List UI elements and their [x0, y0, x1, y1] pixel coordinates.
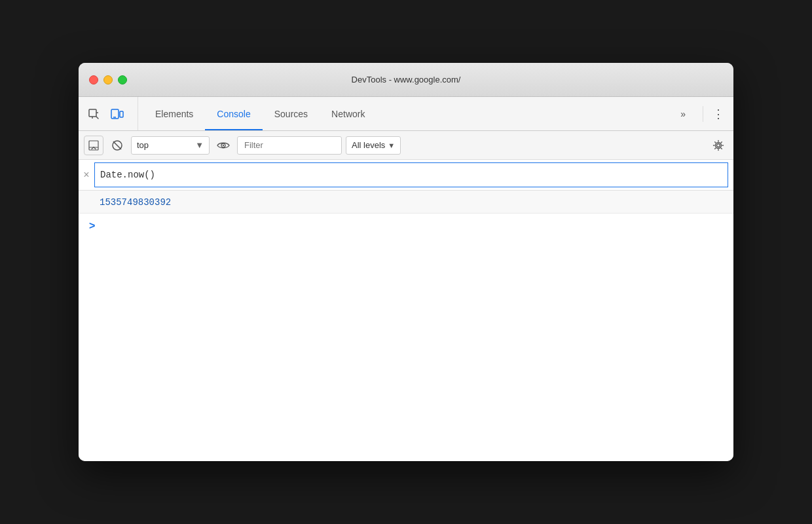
traffic-lights: [89, 75, 127, 84]
block-requests-button[interactable]: [107, 136, 127, 155]
minimize-button[interactable]: [103, 75, 113, 84]
maximize-button[interactable]: [118, 75, 127, 84]
title-bar: DevTools - www.google.com/: [79, 63, 733, 97]
svg-rect-4: [120, 111, 123, 117]
console-input-row: ×: [79, 160, 733, 191]
show-console-drawer-button[interactable]: [84, 136, 103, 155]
console-input[interactable]: [94, 162, 728, 187]
device-toolbar-button[interactable]: [107, 104, 127, 124]
tabs-right: » ⋮: [669, 97, 728, 130]
svg-rect-0: [89, 109, 96, 117]
more-tabs-button[interactable]: »: [669, 109, 697, 119]
live-expressions-button[interactable]: [213, 136, 233, 155]
context-dropdown-arrow: ▼: [195, 140, 204, 150]
tab-network[interactable]: Network: [320, 97, 377, 130]
svg-point-11: [223, 144, 224, 145]
context-selector[interactable]: top ▼: [131, 136, 210, 155]
console-output-row: 1535749830392: [79, 191, 733, 214]
tabs-bar: Elements Console Sources Network » ⋮: [79, 97, 733, 131]
toolbar-icons: [84, 97, 138, 130]
console-output-value: 1535749830392: [100, 197, 171, 208]
svg-line-9: [113, 141, 121, 149]
close-button[interactable]: [89, 75, 98, 84]
filter-input[interactable]: [237, 136, 342, 155]
log-levels-selector[interactable]: All levels ▼: [346, 136, 401, 155]
devtools-window: DevTools - www.google.com/: [79, 63, 733, 461]
levels-dropdown-arrow: ▼: [388, 141, 395, 149]
settings-button[interactable]: [709, 136, 728, 155]
inspect-element-button[interactable]: [84, 104, 103, 124]
console-area: × 1535749830392 >: [79, 160, 733, 461]
devtools-menu-button[interactable]: ⋮: [709, 104, 728, 124]
svg-point-12: [717, 143, 720, 147]
console-prompt-row: >: [79, 214, 733, 238]
window-title: DevTools - www.google.com/: [352, 75, 461, 84]
console-clear-button[interactable]: ×: [79, 160, 94, 190]
svg-rect-6: [89, 141, 98, 150]
divider: [703, 106, 703, 122]
tab-elements[interactable]: Elements: [143, 97, 205, 130]
console-prompt-chevron[interactable]: >: [89, 220, 95, 232]
tab-sources[interactable]: Sources: [263, 97, 320, 130]
console-toolbar: top ▼ All levels ▼: [79, 131, 733, 160]
tab-console[interactable]: Console: [205, 97, 262, 130]
